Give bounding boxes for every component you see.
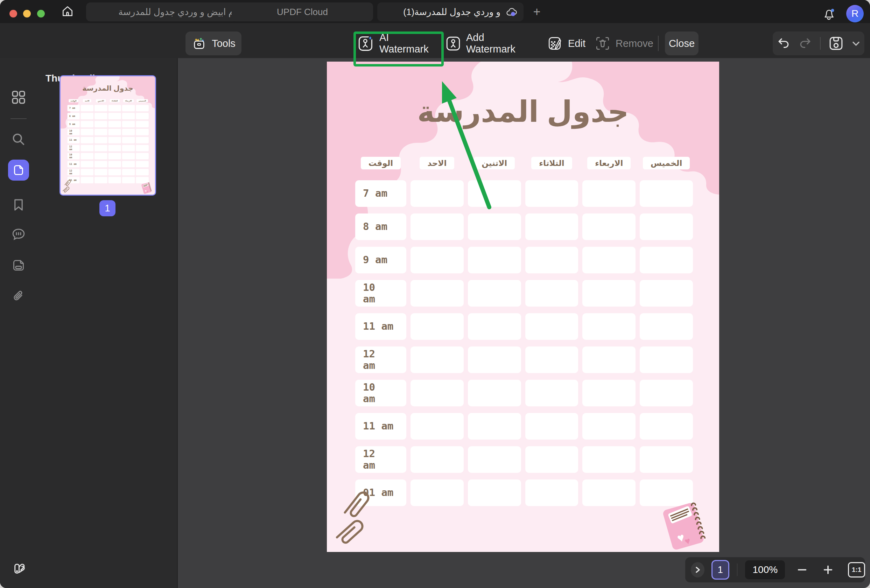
thumbnail-page-preview[interactable]: جدول المدرسة الوقتالاحدالاتنينالتلاتاءال… [61,76,155,194]
schedule-empty-cell [525,347,578,373]
updf-app-window: ام ابيض و وردي جدول للمدرسة UPDF Cloud و… [0,0,870,588]
schedule-empty-cell [136,145,149,151]
day-header-pill: الاحد [83,99,91,102]
avatar-initial: R [851,8,858,19]
next-page-button[interactable] [691,562,705,578]
schedule-empty-cell [640,180,693,207]
redo-button[interactable] [798,36,812,51]
history-save-group [773,31,864,55]
schedule-empty-cell [411,180,464,207]
time-label-cell: 11 am [67,137,80,143]
schedule-empty-cell [582,347,636,373]
schedule-empty-cell [136,161,149,167]
sidebar-divider [10,118,27,119]
time-label-cell: 10 am [355,280,406,307]
schedule-empty-cell [582,380,636,406]
time-label-cell: 12 am [67,169,80,175]
schedule-empty-cell [94,113,107,119]
time-label-cell: 7 am [67,105,80,111]
schedule-empty-cell [94,121,107,127]
schedule-empty-cell [122,129,135,135]
zoom-level-display[interactable]: 100% [745,560,785,579]
schedule-empty-cell [108,113,121,119]
schedule-empty-cell [108,145,121,151]
day-header-pill: الخميس [643,157,690,170]
form-fields-icon[interactable] [9,256,28,274]
schedule-empty-cell [108,105,121,111]
schedule-empty-cell [108,169,121,175]
new-tab-button[interactable]: + [529,4,545,19]
tools-button[interactable]: Tools [185,31,241,55]
schedule-empty-cell [81,161,94,167]
left-sidebar [0,58,38,588]
schedule-empty-cell [81,153,94,159]
search-icon[interactable] [9,130,28,148]
avatar[interactable]: R [846,5,864,22]
schedule-empty-cell [411,479,464,506]
document-page[interactable]: جدول المدرسة الوقتالاحدالاتنينالتلاتاءال… [327,62,719,552]
comments-icon[interactable] [9,225,28,244]
time-label-cell: 9 am [355,247,406,273]
schedule-empty-cell [411,446,464,473]
schedule-empty-cell [136,129,149,135]
color-swatches-icon[interactable] [9,559,28,578]
notebook-illustration: ♥ ♥ [140,182,154,194]
schedule-empty-cell [94,169,107,175]
actual-size-button[interactable]: 1:1 [848,562,865,578]
tab-document-active[interactable]: و وردي جدول للمدرسة(1) [377,3,524,21]
day-header-row: الوقتالاحدالاتنينالتلاتاءالاربعاءالخميس [67,99,149,102]
schedule-empty-cell [94,177,107,183]
schedule-empty-cell [640,446,693,473]
traffic-light-close[interactable] [9,10,17,18]
time-label-cell: 9 am [67,121,80,127]
day-header-row: الوقتالاحدالاتنينالتلاتاءالاربعاءالخميس [355,157,693,170]
edit-icon [547,35,563,51]
thumbnails-panel: Thumbnails جدول المدرسة الوقتالاحدالاتني… [37,58,178,588]
schedule-empty-cell [411,413,464,440]
schedule-empty-cell [94,161,107,167]
time-label-cell: 10 am [67,153,80,159]
schedule-empty-cell [468,280,521,307]
schedule-empty-cell [582,313,636,340]
attachments-icon[interactable] [9,287,28,305]
notification-bell-button[interactable] [821,6,836,22]
schedule-empty-cell [582,247,636,273]
toolbar-divider [658,36,658,51]
schedule-empty-cell [525,413,578,440]
schedule-empty-cell [94,145,107,151]
save-options-chevron-down-icon[interactable] [851,39,861,48]
close-button[interactable]: Close [665,31,699,55]
traffic-light-minimize[interactable] [23,10,31,18]
schedule-empty-cell [525,380,578,406]
add-watermark-button[interactable]: Add Watermark [445,31,526,55]
zoom-in-button[interactable] [823,564,833,575]
page-thumbnail[interactable]: جدول المدرسة الوقتالاحدالاتنينالتلاتاءال… [60,75,156,196]
remove-label: Remove [615,38,653,49]
schedule-empty-cell [468,413,521,440]
zoom-out-button[interactable] [797,564,807,575]
time-label-cell: 11 am [355,313,406,340]
tab-document-1[interactable]: ام ابيض و وردي جدول للمدرسة [86,3,246,21]
home-button[interactable] [59,5,76,19]
day-header-pill: الوقت [361,157,401,170]
undo-button[interactable] [776,36,791,51]
schedule-empty-cell [582,446,636,473]
day-header-pill: الاحد [420,157,454,170]
edit-label: Edit [568,38,585,49]
statusbar-divider [737,564,738,576]
edit-button[interactable]: Edit [542,31,591,55]
schedule-empty-cell [411,213,464,240]
remove-button[interactable]: Remove [598,31,650,55]
bookmark-icon[interactable] [9,195,28,213]
current-page-input[interactable]: 1 [712,560,729,580]
save-button[interactable] [828,36,844,51]
traffic-light-zoom[interactable] [37,10,45,18]
document-title: جدول المدرسة [327,94,719,129]
sidebar-item-thumbnails-active[interactable] [8,159,29,181]
tab-updf-cloud[interactable]: UPDF Cloud [232,3,373,21]
schedule-empty-cell [640,380,693,406]
grid-view-icon[interactable] [9,88,28,106]
schedule-empty-cell [136,153,149,159]
schedule-empty-cell [122,169,135,175]
notebook-illustration: ♥ ♥ [658,501,714,552]
